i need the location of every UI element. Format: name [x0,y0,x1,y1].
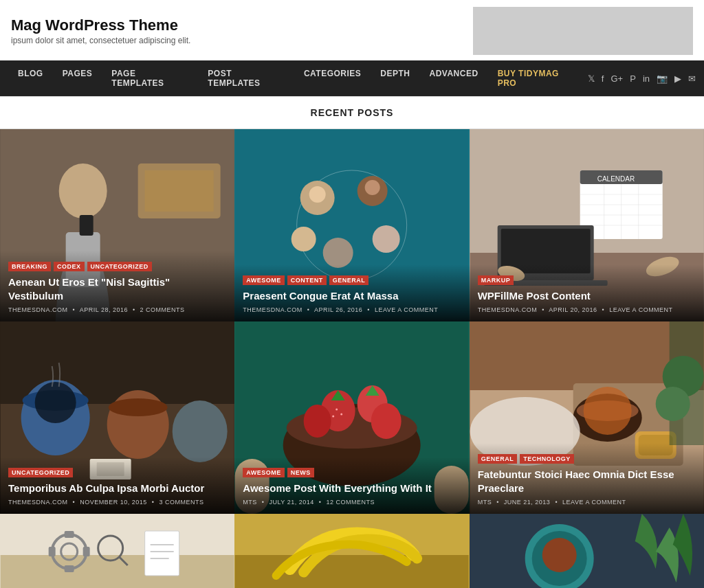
post-card-4[interactable]: UNCATEGORIZED Temporibus Ab Culpa Ipsa M… [0,321,234,514]
nav-item-advanced[interactable]: ADVANCED [420,60,488,96]
post-overlay-3: MARKUP WPFillMe Post Content THEMESDNA.C… [470,264,704,322]
facebook-icon[interactable]: f [602,74,604,84]
svg-rect-81 [145,531,179,576]
youtube-icon[interactable]: ▶ [674,74,681,84]
post-date-3: APRIL 20, 2016 [549,306,597,313]
nav-item-post-templates[interactable]: POST TEMPLATES [198,60,294,96]
tag-codex[interactable]: CODEX [54,262,85,271]
post-title-5: Awesome Post With Everything With It [243,482,461,495]
tag-general[interactable]: GENERAL [329,275,369,285]
post-date-4: NOVEMBER 10, 2015 [80,499,147,506]
recent-posts-label: RECENT POSTS [311,107,394,118]
svg-rect-76 [65,565,74,572]
tag-awesome2[interactable]: AWESOME [243,468,285,477]
post-comments-3: LEAVE A COMMENT [609,306,672,313]
svg-point-13 [323,238,353,268]
tag-uncategorized2[interactable]: UNCATEGORIZED [8,468,73,477]
twitter-icon[interactable]: 𝕏 [588,74,595,84]
post-title-1: Aenean Ut Eros Et "Nisl Sagittis" Vestib… [8,275,226,302]
svg-rect-78 [83,547,90,556]
post-site-4: THEMESDNA.COM [8,499,68,506]
nav-item-blog[interactable]: BLOG [8,60,53,96]
site-header: Mag WordPress Theme ipsum dolor sit amet… [0,0,704,60]
post-title-6: Fatebuntur Stoici Haec Omnia Dict Esse P… [478,468,696,495]
svg-rect-4 [80,215,94,236]
post-site-3: THEMESDNA.COM [478,306,538,313]
post-tags-6: GENERAL TECHNOLOGY [478,454,696,464]
tag-uncategorized[interactable]: UNCATEGORIZED [87,262,152,271]
svg-point-53 [371,403,402,439]
post-meta-6: MTS • JUNE 21, 2013 • LEAVE A COMMENT [478,499,696,506]
post-card-8[interactable] [234,514,469,588]
svg-point-15 [309,186,326,203]
tag-technology[interactable]: TECHNOLOGY [520,454,574,464]
post-title-3: WPFillMe Post Content [478,289,696,303]
site-title: Mag WordPress Theme [11,16,190,34]
post-comments-2: LEAVE A COMMENT [375,306,438,313]
svg-text:CALENDAR: CALENDAR [597,175,634,183]
post-site-5: MTS [243,499,257,506]
nav-links: BLOG PAGES PAGE TEMPLATES POST TEMPLATES… [8,60,588,96]
post-overlay-4: UNCATEGORIZED Temporibus Ab Culpa Ipsa M… [0,457,234,514]
post-site-1: THEMESDNA.COM [8,306,68,313]
nav-item-buy[interactable]: BUY TIDYMAG PRO [488,60,588,96]
pinterest-icon[interactable]: P [630,74,636,84]
post-title-2: Praesent Congue Erat At Massa [243,289,461,303]
posts-grid: BREAKING CODEX UNCATEGORIZED Aenean Ut E… [0,129,704,514]
svg-point-70 [655,387,690,421]
svg-point-54 [336,409,338,411]
svg-rect-77 [49,547,56,556]
svg-point-55 [340,414,342,416]
svg-point-41 [173,400,228,462]
email-icon[interactable]: ✉ [688,74,696,84]
tag-content[interactable]: CONTENT [287,275,327,285]
post-card-9[interactable] [470,514,704,588]
site-branding: Mag WordPress Theme ipsum dolor sit amet… [11,16,190,45]
svg-point-56 [332,416,334,418]
post-card-3[interactable]: CALENDAR MARKUP WPFillMe Post Content TH… [470,129,704,321]
svg-point-52 [304,405,331,438]
svg-point-14 [292,227,316,251]
header-ad [473,7,693,55]
svg-rect-75 [65,531,74,538]
post-tags-3: MARKUP [478,275,696,285]
main-nav: BLOG PAGES PAGE TEMPLATES POST TEMPLATES… [0,60,704,96]
post-tags-5: AWESOME NEWS [243,468,461,477]
post-image-7 [0,514,234,588]
tag-general[interactable]: GENERAL [478,454,518,464]
instagram-icon[interactable]: 📷 [657,74,668,84]
post-comments-4: 3 COMMENTS [159,499,204,506]
google-plus-icon[interactable]: G+ [610,74,623,84]
post-meta-5: MTS • JULY 21, 2014 • 12 COMMENTS [243,499,461,506]
post-card-6[interactable]: GENERAL TECHNOLOGY Fatebuntur Stoici Hae… [470,321,704,514]
tag-news[interactable]: NEWS [287,468,314,477]
post-overlay-6: GENERAL TECHNOLOGY Fatebuntur Stoici Hae… [470,443,704,514]
post-meta-2: THEMESDNA.COM • APRIL 26, 2016 • LEAVE A… [243,306,461,313]
svg-rect-72 [1,555,234,588]
post-meta-4: THEMESDNA.COM • NOVEMBER 10, 2015 • 3 CO… [8,499,226,506]
social-icons: 𝕏 f G+ P in 📷 ▶ ✉ [588,74,696,84]
post-comments-1: 2 COMMENTS [140,306,185,313]
nav-item-depth[interactable]: DEPTH [371,60,419,96]
nav-item-categories[interactable]: CATEGORIES [294,60,371,96]
svg-point-40 [109,398,168,416]
post-image-8 [234,514,469,588]
nav-item-pages[interactable]: PAGES [53,60,102,96]
site-tagline: ipsum dolor sit amet, consectetuer adipi… [11,36,190,45]
post-card-1[interactable]: BREAKING CODEX UNCATEGORIZED Aenean Ut E… [0,129,234,321]
svg-point-12 [373,225,400,253]
tag-breaking[interactable]: BREAKING [8,262,51,271]
tag-awesome[interactable]: AWESOME [243,275,285,285]
post-tags-4: UNCATEGORIZED [8,468,226,477]
tag-markup[interactable]: MARKUP [478,275,514,285]
nav-item-page-templates[interactable]: PAGE TEMPLATES [102,60,198,96]
svg-point-64 [583,387,631,435]
svg-rect-86 [235,555,469,588]
post-title-4: Temporibus Ab Culpa Ipsa Morbi Auctor [8,482,226,495]
post-card-7[interactable] [0,514,234,588]
post-card-2[interactable]: AWESOME CONTENT GENERAL Praesent Congue … [234,129,469,321]
post-comments-5: 12 COMMENTS [326,499,375,506]
linkedin-icon[interactable]: in [643,74,650,84]
svg-rect-6 [145,170,214,212]
post-card-5[interactable]: AWESOME NEWS Awesome Post With Everythin… [234,321,469,514]
